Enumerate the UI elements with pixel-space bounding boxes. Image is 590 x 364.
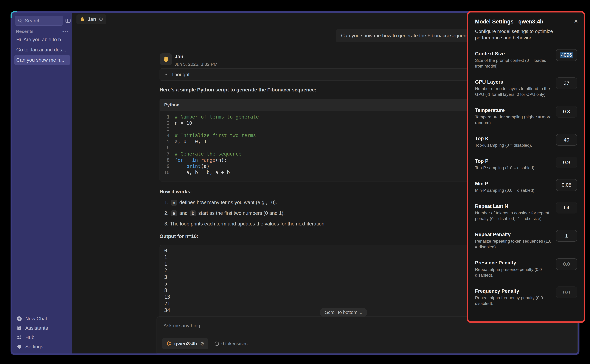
token-speed-label: 0 tokens/sec [221,341,248,346]
assistant-name: Jan [175,53,184,59]
repeat-penalty-input[interactable]: 1 [556,230,577,242]
panel-toggle-icon[interactable] [65,18,71,24]
setting-description: Repeat alpha frequency penalty (0.0 = di… [475,295,553,306]
line-number: 1 [160,114,175,120]
setting-description: Top-K sampling (0 = disabled). [475,143,553,148]
line-number: 10 [160,169,175,176]
setting-value: 40 [564,137,569,143]
line-number: 6 [160,145,175,151]
chat-input[interactable]: Ask me anything... [164,323,204,329]
sidebar-item-label: Hi. Are you able to b... [16,37,65,42]
inline-code: a [171,210,177,216]
sidebar-item-label: New Chat [25,316,47,322]
sidebar-item-new-chat[interactable]: New Chat [14,314,70,323]
gear-icon[interactable]: ⚙ [200,341,204,347]
setting-value: 1 [565,233,568,239]
wave-hand-icon [162,56,169,63]
sidebar-item-label: Settings [25,344,43,350]
code-text: # Number of terms to generate [175,114,259,120]
token-speed: 0 tokens/sec [214,341,248,346]
line-number: 4 [160,132,175,138]
recents-label: Recents [16,29,33,34]
search-icon [18,18,23,23]
line-number: 5 [160,138,175,145]
model-name: qwen3:4b [174,341,197,347]
sidebar-item-hub[interactable]: Hub [14,333,70,342]
sidebar-item-label: Hub [25,335,34,340]
setting-description: Repeat alpha presence penalty (0.0 = dis… [475,267,553,278]
setting-description: Size of the prompt context (0 = loaded f… [475,58,553,69]
sidebar-item-chat[interactable]: Hi. Are you able to b... [14,35,70,44]
ellipsis-icon[interactable]: ••• [62,30,69,33]
model-selector[interactable]: qwen3:4b ⚙ [162,338,208,349]
plus-circle-icon [16,316,22,322]
presence-penalty-input[interactable]: 0.0 [556,258,577,270]
sidebar-item-label: Assistants [25,325,48,331]
tab-label: Jan [88,16,96,22]
code-text: a, b = 0, 1 [175,138,207,145]
top-p-input[interactable]: 0.9 [556,156,577,168]
code-text: n = 10 [175,120,192,126]
search-box[interactable] [15,16,63,26]
setting-temperature: TemperatureTemperature for sampling (hig… [475,107,577,126]
settings-panel-subtitle: Configure model settings to optimize per… [475,28,559,41]
setting-value: 37 [564,80,569,86]
recent-chats-list: Hi. Are you able to b...Go to Jan.ai and… [14,35,70,65]
setting-value: 0.0 [563,290,570,295]
sidebar-footer: New ChatAssistantsHubSettings [14,314,70,351]
sidebar-item-chat[interactable]: Can you show me h... [14,55,70,65]
scroll-to-bottom-button[interactable]: Scroll to bottom ↓ [320,308,367,317]
setting-value: 0.0 [563,261,570,267]
setting-context-size: Context SizeSize of the prompt context (… [475,50,577,69]
step-number: 3. [164,221,169,227]
setting-value: 64 [564,205,569,210]
search-input[interactable] [25,18,61,24]
line-number: 9 [160,163,175,169]
setting-description: Top-P sampling (1.0 = disabled). [475,165,553,171]
setting-value: 0.8 [563,109,570,114]
top-k-input[interactable]: 40 [556,134,577,146]
settings-fields: Context SizeSize of the prompt context (… [475,50,577,306]
inline-code: b [190,210,196,216]
arrow-down-icon: ↓ [360,310,362,315]
repeat-last-n-input[interactable]: 64 [556,202,577,214]
close-icon[interactable]: × [574,18,578,25]
inline-code: n [171,200,177,206]
temperature-input[interactable]: 0.8 [556,106,577,117]
sidebar-item-chat[interactable]: Go to Jan.ai and des... [14,45,70,54]
hub-grid-icon [16,335,22,340]
user-message: Can you show me how to generate the Fibo… [336,29,488,42]
gpu-layers-input[interactable]: 37 [556,78,577,89]
setting-description: Number of model layers to offload to the… [475,86,553,97]
setting-description: Number of tokens to consider for repeat … [475,210,553,221]
settings-panel-title: Model Settings - qwen3:4b [475,19,577,25]
setting-value: 0.9 [563,160,570,165]
scroll-to-bottom-label: Scroll to bottom [325,310,357,315]
context-size-input[interactable]: 4096 [556,49,577,61]
sidebar-item-settings[interactable]: Settings [14,342,70,351]
setting-value: 0.05 [562,182,571,188]
sidebar-item-label: Can you show me h... [16,57,64,63]
sidebar-item-assistants[interactable]: Assistants [14,323,70,333]
model-settings-panel: Model Settings - qwen3:4b × Configure mo… [467,11,585,323]
step-text: n defines how many terms you want (e.g.,… [170,200,277,205]
code-text: # Initialize first two terms [175,132,256,138]
how-it-works-heading: How it works: [159,189,192,195]
frequency-penalty-input[interactable]: 0.0 [556,286,577,298]
output-heading: Output for n=10: [159,234,198,239]
sidebar: Recents ••• Hi. Are you able to b...Go t… [12,13,72,353]
line-number: 7 [160,151,175,157]
line-number: 3 [160,126,175,132]
setting-presence-penalty: Presence PenaltyRepeat alpha presence pe… [475,260,577,278]
code-text: for _ in range(n): [175,157,227,163]
step-text: a and b start as the first two numbers (… [170,210,285,216]
chevron-down-icon [164,72,168,77]
gear-icon[interactable]: ⚙ [98,16,103,22]
min-p-input[interactable]: 0.05 [556,179,577,191]
screen: Recents ••• Hi. Are you able to b...Go t… [0,0,590,364]
assistant-intro-text: Here's a simple Python script to generat… [159,87,316,93]
setting-description: Penalize repeating token sequences (1.0 … [475,238,553,250]
tab-jan[interactable]: Jan ⚙ [77,14,106,24]
code-language-label: Python [164,102,180,107]
setting-description: Temperature for sampling (higher = more … [475,114,553,126]
